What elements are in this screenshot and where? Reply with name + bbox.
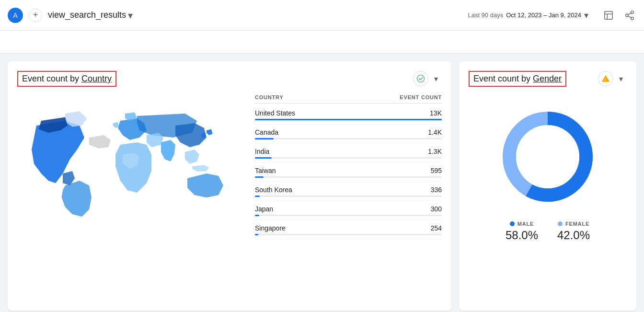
male-dot [510, 221, 515, 226]
country-check-button[interactable] [413, 71, 428, 86]
date-range: Last 90 days Oct 12, 2023 – Jan 9, 2024 … [468, 10, 588, 21]
legend-male: MALE 58.0% [506, 221, 538, 242]
svg-line-6 [628, 16, 631, 18]
gender-card-header: Event count by Gender ! ▾ [469, 71, 627, 87]
column-header-event-count: EVENT COUNT [400, 94, 442, 100]
gender-card-dropdown-icon[interactable]: ▾ [615, 73, 627, 84]
bar-container [255, 176, 442, 178]
world-map [17, 94, 247, 238]
bar-fill [255, 138, 274, 139]
svg-point-3 [631, 11, 634, 13]
svg-line-7 [628, 12, 631, 14]
table-row-main: Taiwan 595 [255, 167, 442, 174]
bar-container [255, 119, 442, 120]
table-row-main: Singapore 254 [255, 224, 442, 232]
share-icon[interactable] [623, 9, 636, 22]
country-name: South Korea [255, 186, 292, 194]
export-icon[interactable] [602, 9, 615, 22]
event-count: 254 [431, 224, 442, 232]
svg-point-5 [631, 17, 634, 19]
legend-female-label: FEMALE [558, 221, 589, 227]
table-row: South Korea 336 [255, 182, 442, 201]
female-dot [558, 221, 563, 226]
country-chart-body: COUNTRY EVENT COUNT United States 13K Ca… [17, 94, 442, 240]
event-count: 300 [431, 205, 442, 213]
topbar: A + view_search_results ▾ Last 90 days O… [0, 0, 644, 31]
svg-point-8 [417, 75, 425, 82]
legend-male-label: MALE [510, 221, 534, 227]
event-count: 1.3K [428, 148, 442, 155]
svg-point-12 [516, 125, 579, 188]
svg-rect-0 [605, 11, 613, 19]
bar-fill [255, 119, 442, 120]
country-name: Taiwan [255, 167, 276, 174]
bar-fill [255, 234, 258, 235]
table-row: Singapore 254 [255, 220, 442, 240]
main-content: Event count by Country ▾ [0, 54, 644, 312]
bar-container [255, 157, 442, 159]
table-header-row: COUNTRY EVENT COUNT [255, 94, 442, 104]
country-name: Singapore [255, 224, 286, 232]
male-percentage: 58.0% [506, 229, 538, 242]
table-row-main: India 1.3K [255, 148, 442, 155]
table-row: Canada 1.4K [255, 125, 442, 144]
new-tab-button[interactable]: + [29, 9, 42, 22]
gender-warning-button[interactable]: ! [598, 71, 613, 86]
svg-point-4 [626, 14, 629, 17]
bar-fill [255, 176, 264, 178]
country-card-title-underlined: Country [81, 74, 112, 83]
table-row-main: Canada 1.4K [255, 128, 442, 136]
table-row: Taiwan 595 [255, 163, 442, 182]
table-row: Japan 300 [255, 201, 442, 220]
event-count: 336 [431, 186, 442, 194]
report-title-container: view_search_results ▾ [48, 10, 133, 21]
date-range-value: Oct 12, 2023 – Jan 9, 2024 [506, 12, 581, 19]
event-count: 1.4K [428, 128, 442, 136]
table-row-main: South Korea 336 [255, 186, 442, 194]
table-row-main: United States 13K [255, 109, 442, 117]
report-title-dropdown-icon[interactable]: ▾ [128, 10, 133, 21]
gender-card-title: Event count by Gender [469, 71, 566, 87]
avatar: A [8, 8, 23, 23]
gender-card-actions: ! ▾ [598, 71, 627, 86]
female-label-text: FEMALE [565, 221, 589, 227]
country-card-header: Event count by Country ▾ [17, 71, 442, 87]
bar-fill [255, 215, 259, 216]
bar-container [255, 215, 442, 216]
bar-fill [255, 196, 260, 197]
bar-fill [255, 157, 272, 159]
table-row: United States 13K [255, 105, 442, 125]
country-card-title: Event count by Country [17, 71, 116, 87]
country-card: Event count by Country ▾ [8, 61, 451, 311]
country-name: United States [255, 109, 295, 117]
gender-card-title-underlined: Gender [533, 74, 562, 83]
gender-donut-chart [495, 104, 600, 209]
table-row: India 1.3K [255, 144, 442, 163]
country-table: COUNTRY EVENT COUNT United States 13K Ca… [255, 94, 442, 240]
svg-text:!: ! [605, 78, 606, 82]
donut-container: MALE 58.0% FEMALE 42.0% [469, 94, 627, 242]
country-rows-container: United States 13K Canada 1.4K India 1.3K [255, 105, 442, 240]
country-card-actions: ▾ [413, 71, 442, 86]
donut-legend: MALE 58.0% FEMALE 42.0% [506, 221, 590, 242]
date-range-dropdown-icon[interactable]: ▾ [584, 10, 588, 21]
country-card-dropdown-icon[interactable]: ▾ [430, 73, 442, 84]
country-name: India [255, 148, 269, 155]
gender-card: Event count by Gender ! ▾ [459, 61, 636, 311]
country-name: Canada [255, 128, 278, 136]
bar-container [255, 196, 442, 197]
female-percentage: 42.0% [557, 229, 590, 242]
bar-container [255, 138, 442, 139]
legend-female: FEMALE 42.0% [557, 221, 590, 242]
table-row-main: Japan 300 [255, 205, 442, 213]
bar-container [255, 234, 442, 235]
male-label-text: MALE [518, 221, 534, 227]
report-title-text: view_search_results [48, 10, 126, 20]
subnav [0, 31, 644, 54]
topbar-icons [602, 9, 636, 22]
country-name: Japan [255, 205, 273, 213]
column-header-country: COUNTRY [255, 94, 284, 100]
event-count: 595 [431, 167, 442, 174]
date-preset-label: Last 90 days [468, 12, 503, 19]
event-count: 13K [430, 109, 442, 117]
